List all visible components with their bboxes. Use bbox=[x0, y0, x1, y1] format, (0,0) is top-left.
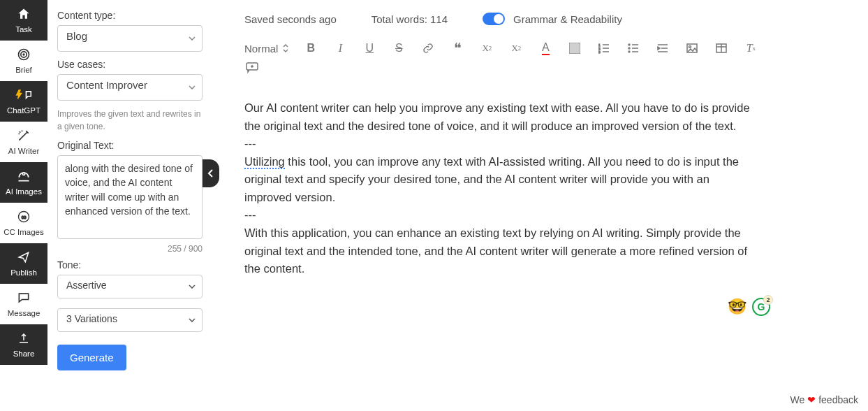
wand-icon bbox=[15, 127, 32, 144]
use-cases-hint: Improves the given text and rewrites in … bbox=[57, 108, 203, 133]
share-icon bbox=[15, 330, 32, 347]
send-icon bbox=[15, 249, 32, 266]
nav-brief[interactable]: Brief bbox=[0, 41, 47, 81]
content-type-select[interactable]: Blog bbox=[57, 25, 203, 52]
cc-icon: cc bbox=[15, 208, 32, 225]
svg-point-15 bbox=[689, 46, 691, 48]
link-icon[interactable] bbox=[420, 41, 436, 56]
nav-ai-images[interactable]: AI Images bbox=[0, 162, 47, 203]
grammarly-badge[interactable]: G2 bbox=[752, 298, 770, 316]
editor-topbar: Saved seconds ago Total words: 114 Gramm… bbox=[244, 6, 847, 35]
nav-message[interactable]: Message bbox=[0, 284, 47, 324]
unordered-list-icon[interactable] bbox=[626, 41, 641, 56]
ordered-list-icon[interactable]: 123 bbox=[596, 41, 612, 56]
svg-point-13 bbox=[628, 51, 630, 52]
editor-paragraph: Our AI content writer can help you impro… bbox=[244, 99, 754, 135]
image-ai-icon bbox=[15, 168, 32, 185]
underline-icon[interactable]: U bbox=[362, 41, 377, 56]
saved-status: Saved seconds ago bbox=[244, 13, 337, 25]
nav-chatgpt[interactable]: ChatGPT bbox=[0, 81, 47, 122]
editor-sep: --- bbox=[244, 135, 754, 153]
use-cases-label: Use cases: bbox=[57, 59, 203, 70]
bold-icon[interactable]: B bbox=[303, 41, 318, 56]
char-count: 255 / 900 bbox=[57, 244, 203, 254]
nav-rail: Task Brief ChatGPT AI Writer AI Images c… bbox=[0, 0, 47, 411]
editor-content[interactable]: Our AI content writer can help you impro… bbox=[244, 99, 754, 278]
target-icon bbox=[15, 46, 32, 63]
nerd-emoji-icon[interactable]: 🤓 bbox=[728, 298, 746, 316]
svg-point-2 bbox=[23, 54, 24, 55]
svg-text:3: 3 bbox=[598, 50, 601, 54]
status-badges: 🤓 G2 bbox=[728, 298, 770, 316]
editor-sep: --- bbox=[244, 206, 754, 224]
nav-message-label: Message bbox=[8, 309, 41, 317]
word-count: Total words: 114 bbox=[372, 13, 448, 25]
variations-select[interactable]: 3 Variations bbox=[57, 308, 203, 332]
grammar-toggle[interactable] bbox=[483, 13, 505, 25]
nav-chatgpt-label: ChatGPT bbox=[7, 106, 41, 115]
nav-ai-writer-label: AI Writer bbox=[8, 147, 40, 155]
svg-rect-6 bbox=[569, 43, 580, 54]
nav-cc-images[interactable]: cc CC Images bbox=[0, 203, 47, 243]
use-cases-select[interactable]: Content Improver bbox=[57, 74, 203, 101]
original-text-label: Original Text: bbox=[57, 140, 203, 151]
svg-point-11 bbox=[628, 44, 630, 45]
editor-toolbar: Normal B I U S ❝ X2 X2 A 123 Tx bbox=[244, 35, 847, 60]
svg-point-12 bbox=[628, 48, 630, 49]
quote-icon[interactable]: ❝ bbox=[450, 41, 465, 56]
nav-share-label: Share bbox=[13, 349, 35, 358]
spell-underline[interactable]: Utilizing bbox=[244, 155, 285, 169]
svg-text:cc: cc bbox=[22, 215, 27, 219]
nav-ai-images-label: AI Images bbox=[6, 187, 42, 196]
editor-paragraph: With this application, you can enhance a… bbox=[244, 224, 754, 278]
image-icon[interactable] bbox=[684, 41, 700, 56]
svg-point-3 bbox=[22, 173, 24, 175]
feedback-link[interactable]: We ❤ feedback bbox=[790, 394, 858, 405]
nav-task[interactable]: Task bbox=[0, 0, 47, 41]
subscript-icon[interactable]: X2 bbox=[479, 41, 494, 56]
editor-main: Saved seconds ago Total words: 114 Gramm… bbox=[212, 0, 868, 411]
heart-icon: ❤ bbox=[807, 394, 816, 405]
text-color-icon[interactable]: A bbox=[538, 41, 553, 56]
nav-share[interactable]: Share bbox=[0, 324, 47, 365]
format-select[interactable]: Normal bbox=[244, 43, 289, 55]
nav-brief-label: Brief bbox=[15, 66, 32, 74]
highlight-icon[interactable] bbox=[567, 41, 582, 56]
indent-icon[interactable] bbox=[655, 41, 670, 56]
tone-label: Tone: bbox=[57, 259, 203, 271]
nav-ai-writer[interactable]: AI Writer bbox=[0, 122, 47, 162]
italic-icon[interactable]: I bbox=[332, 41, 348, 56]
strikethrough-icon[interactable]: S bbox=[391, 41, 406, 56]
grammar-toggle-label: Grammar & Readability bbox=[513, 13, 622, 25]
nav-cc-images-label: CC Images bbox=[3, 228, 44, 236]
editor-paragraph: Utilizing this tool, you can improve any… bbox=[244, 153, 754, 207]
table-icon[interactable] bbox=[714, 41, 729, 56]
message-icon bbox=[15, 289, 32, 306]
superscript-icon[interactable]: X2 bbox=[508, 41, 524, 56]
original-text-input[interactable] bbox=[57, 155, 203, 239]
sidebar-collapse-handle[interactable] bbox=[203, 159, 219, 187]
bolt-chat-icon bbox=[15, 87, 32, 103]
grammarly-count: 2 bbox=[763, 295, 773, 305]
settings-sidebar: Content type: Blog Use cases: Content Im… bbox=[47, 0, 212, 411]
content-type-label: Content type: bbox=[57, 10, 203, 21]
format-select-value: Normal bbox=[244, 43, 278, 55]
generate-button[interactable]: Generate bbox=[57, 345, 126, 370]
comment-icon[interactable] bbox=[244, 60, 260, 75]
clear-format-icon[interactable]: Tx bbox=[743, 41, 758, 56]
home-icon bbox=[15, 6, 32, 22]
nav-publish[interactable]: Publish bbox=[0, 243, 47, 284]
nav-publish-label: Publish bbox=[10, 268, 37, 277]
nav-task-label: Task bbox=[15, 25, 32, 34]
tone-select[interactable]: Assertive bbox=[57, 275, 203, 298]
